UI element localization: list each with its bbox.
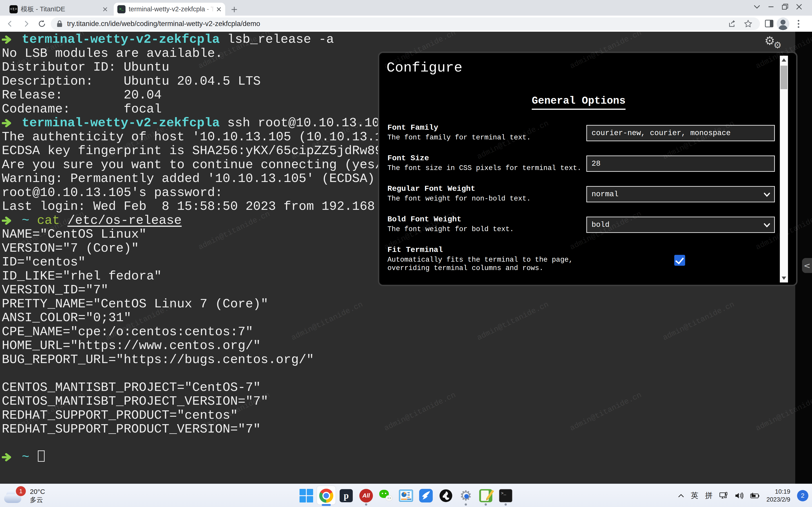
forward-button[interactable] xyxy=(20,18,32,30)
prompt-arrow-icon xyxy=(2,116,13,130)
titanide-favicon-icon: <t> xyxy=(9,5,18,13)
taskbar-app-settings-gear[interactable]: ⚙ xyxy=(456,485,476,507)
taskbar-app-terminal-app[interactable]: >_ xyxy=(496,485,516,507)
terminal-line: The authenticity of host '10.10.13.105 (… xyxy=(2,130,390,144)
taskbar-app-obs-studio[interactable] xyxy=(436,485,456,507)
collapsed-panel-strip xyxy=(795,32,812,484)
font-size-label: Font Size xyxy=(388,154,429,163)
reload-button[interactable] xyxy=(36,18,48,30)
taskbar-app-dingtalk[interactable] xyxy=(416,485,436,507)
taskbar-app-chrome[interactable] xyxy=(316,485,336,507)
taskbar-app-wechat[interactable] xyxy=(376,485,396,507)
watermark-text: admin@titanide.cn xyxy=(661,300,735,342)
weather-widget[interactable]: 1 20°C 多云 xyxy=(4,485,45,506)
terminal-line: ~ cat /etc/os-release xyxy=(2,214,390,228)
back-button[interactable] xyxy=(4,18,16,30)
prompt-arrow-icon xyxy=(2,214,13,228)
tab-terminal-wetty[interactable]: >_ terminal-wetty-v2-zekfcpla - T xyxy=(114,3,225,16)
terminal-settings-button[interactable]: ⚙ ⚙ xyxy=(764,34,789,54)
tray-time: 10:19 xyxy=(775,488,790,495)
regular-font-weight-label: Regular Font Weight xyxy=(388,184,475,193)
terminal-line: REDHAT_SUPPORT_PRODUCT_VERSION="7" xyxy=(2,422,390,436)
regular-font-weight-select[interactable]: normal xyxy=(586,186,775,202)
tab-close-icon[interactable] xyxy=(214,5,223,14)
terminal-line xyxy=(2,367,390,381)
browser-menu-icon[interactable] xyxy=(794,19,803,29)
regular-font-weight-desc: The font weight for non-bold text. xyxy=(388,194,531,203)
side-panel-icon[interactable] xyxy=(764,19,774,28)
tab-close-icon[interactable] xyxy=(101,5,110,14)
scroll-up-icon[interactable] xyxy=(782,58,786,62)
obs-studio-icon xyxy=(439,489,453,503)
bookmark-star-icon[interactable] xyxy=(744,20,752,28)
notification-badge[interactable]: 2 xyxy=(797,490,808,501)
terminal-line: ~ xyxy=(2,450,390,464)
windows-start-icon xyxy=(299,489,314,503)
url-bar[interactable]: try.titanide.cn/ide/web/coding/terminal-… xyxy=(51,17,760,30)
section-heading: General Options xyxy=(532,95,625,110)
chrome-icon xyxy=(319,489,334,503)
terminal-line: Distributor ID: Ubuntu xyxy=(2,60,390,74)
share-icon[interactable] xyxy=(728,20,736,28)
terminal-line: ID="centos" xyxy=(2,255,390,269)
panel-expand-handle[interactable]: < xyxy=(802,258,812,273)
ime-pinyin-indicator[interactable]: 拼 xyxy=(705,491,713,501)
wechat-icon xyxy=(379,489,393,503)
taskbar-app-monitor-chart-app[interactable] xyxy=(396,485,416,507)
bold-font-weight-select[interactable]: bold xyxy=(586,217,775,233)
fit-terminal-label: Fit Terminal xyxy=(388,245,443,254)
font-size-input[interactable] xyxy=(586,156,775,172)
taskbar-app-notepad-editor[interactable] xyxy=(476,485,496,507)
weather-condition: 多云 xyxy=(30,496,45,504)
terminal-line: CENTOS_MANTISBT_PROJECT_VERSION="7" xyxy=(2,395,390,408)
taskbar-app-red-a-app[interactable]: All xyxy=(356,485,376,507)
terminal-line: CENTOS_MANTISBT_PROJECT="CentOS-7" xyxy=(2,381,390,395)
font-family-input[interactable] xyxy=(586,125,775,141)
terminal-line: Last login: Wed Feb 8 15:58:50 2023 from… xyxy=(2,200,390,214)
p-app-icon: p xyxy=(339,489,353,503)
bold-font-weight-label: Bold Font Weight xyxy=(388,215,461,224)
tab-search-chevron-icon[interactable] xyxy=(750,1,764,13)
cloud-icon: 1 xyxy=(4,487,26,505)
collapse-chevron-icon: < xyxy=(804,261,810,270)
fit-terminal-checkbox[interactable] xyxy=(674,255,685,266)
terminal-output: terminal-wetty-v2-zekfcpla lsb_release -… xyxy=(2,33,390,464)
scroll-down-icon[interactable] xyxy=(782,277,786,280)
font-family-desc: The font family for terminal text. xyxy=(388,133,531,142)
font-size-desc: The font size in CSS pixels for terminal… xyxy=(388,164,581,172)
dialog-scrollbar[interactable] xyxy=(780,56,788,282)
terminal-line: Are you sure you want to continue connec… xyxy=(2,158,390,172)
terminal-line: Release: 20.04 xyxy=(2,88,390,102)
clock[interactable]: 10:19 2023/2/9 xyxy=(766,488,790,504)
terminal-line: CPE_NAME="cpe:/o:centos:centos:7" xyxy=(2,325,390,339)
tab-strip: <t> 模板 - TitanIDE >_ terminal-wetty-v2-z… xyxy=(0,0,812,16)
network-icon[interactable] xyxy=(719,492,728,500)
scrollbar-thumb[interactable] xyxy=(780,66,787,89)
system-tray: 英 拼 10:19 2023/2/9 2 xyxy=(678,484,808,507)
terminal-line: terminal-wetty-v2-zekfcpla ssh root@10.1… xyxy=(2,116,390,130)
ime-english-indicator[interactable]: 英 xyxy=(691,491,698,501)
terminal-line: REDHAT_SUPPORT_PRODUCT="centos" xyxy=(2,408,390,422)
prompt-arrow-icon xyxy=(2,33,13,47)
bold-font-weight-desc: The font weight for bold text. xyxy=(388,225,514,233)
window-minimize-button[interactable] xyxy=(764,1,778,13)
terminal-page[interactable]: terminal-wetty-v2-zekfcpla lsb_release -… xyxy=(0,32,812,484)
new-tab-button[interactable] xyxy=(229,4,240,15)
battery-icon[interactable] xyxy=(750,492,760,499)
taskbar-app-p-app[interactable]: p xyxy=(336,485,356,507)
lock-icon[interactable] xyxy=(57,20,62,27)
tab-titanide[interactable]: <t> 模板 - TitanIDE xyxy=(6,3,111,16)
terminal-app-icon: >_ xyxy=(498,489,513,503)
taskbar-app-windows-start[interactable] xyxy=(296,485,316,507)
terminal-line: PRETTY_NAME="CentOS Linux 7 (Core)" xyxy=(2,297,390,311)
hidden-icons-chevron-icon[interactable] xyxy=(678,494,684,498)
terminal-line: root@10.10.13.105's password: xyxy=(2,186,390,200)
weather-temp: 20°C xyxy=(30,488,45,496)
volume-icon[interactable] xyxy=(735,492,743,499)
terminal-line: Warning: Permanently added '10.10.13.105… xyxy=(2,172,390,186)
prompt-arrow-icon xyxy=(2,450,13,464)
window-close-button[interactable] xyxy=(792,1,806,13)
window-restore-button[interactable] xyxy=(778,1,792,13)
profile-avatar[interactable] xyxy=(777,17,789,30)
terminal-line: VERSION="7 (Core)" xyxy=(2,241,390,256)
